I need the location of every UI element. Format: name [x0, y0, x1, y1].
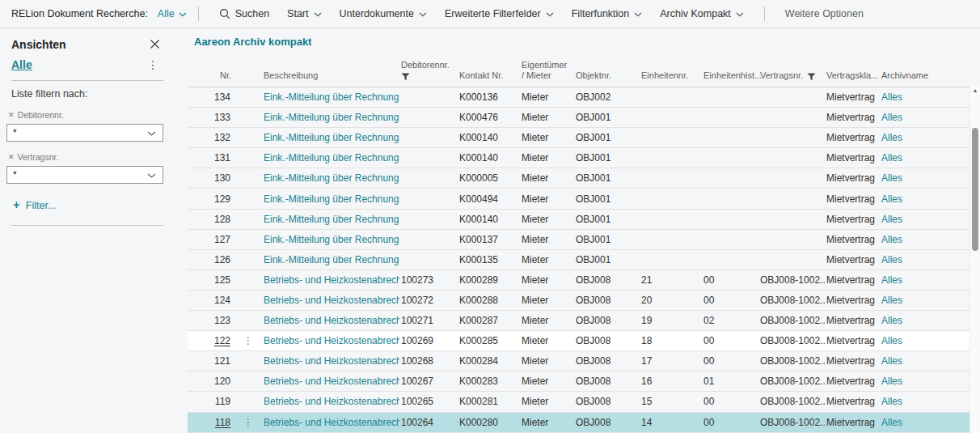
cell-beschreibung[interactable]: Betriebs- und Heizkostenabrech...: [262, 315, 399, 326]
cell-archivname[interactable]: Alles: [880, 315, 970, 326]
table-row[interactable]: 120Betriebs- und Heizkostenabrech...1002…: [188, 371, 970, 392]
table-row[interactable]: 133Eink.-Mitteilung über Rechnungs...K00…: [188, 108, 970, 128]
column-header-vertragskla[interactable]: Vertragskla...: [825, 70, 880, 87]
menu-start[interactable]: Start: [278, 8, 330, 19]
cell-archivname[interactable]: Alles: [880, 417, 970, 428]
cell-beschreibung[interactable]: Betriebs- und Heizkostenabrech...: [262, 335, 399, 346]
cell-beschreibung[interactable]: Eink.-Mitteilung über Rechnungs...: [262, 152, 399, 163]
cell-archivname[interactable]: Alles: [880, 234, 970, 245]
cell-beschreibung[interactable]: Eink.-Mitteilung über Rechnungs...: [262, 172, 399, 184]
column-header-kontaktnr[interactable]: Kontakt Nr.: [458, 70, 520, 87]
cell-beschreibung[interactable]: Betriebs- und Heizkostenabrech...: [262, 355, 399, 367]
search-label: Suchen: [235, 8, 269, 19]
column-header-einheitenhist[interactable]: Einheitenhist...: [702, 70, 758, 87]
table-row[interactable]: 118⋮Betriebs- und Heizkostenabrech...100…: [188, 413, 970, 433]
table-row[interactable]: 134Eink.-Mitteilung über Rechnungs...K00…: [188, 87, 970, 108]
row-menu-kebab-icon[interactable]: ⋮: [234, 417, 262, 428]
table-row[interactable]: 121Betriebs- und Heizkostenabrech...1002…: [188, 351, 970, 371]
cell-vertragskla: Mietvertrag: [825, 193, 880, 205]
sidebar-divider: [11, 225, 163, 226]
close-icon[interactable]: [146, 37, 163, 51]
cell-beschreibung[interactable]: Betriebs- und Heizkostenabrech...: [262, 417, 399, 428]
table-row[interactable]: 130Eink.-Mitteilung über Rechnungs...K00…: [188, 168, 970, 189]
column-header-beschreibung[interactable]: Beschreibung: [262, 70, 399, 87]
cell-beschreibung[interactable]: Betriebs- und Heizkostenabrech...: [262, 396, 399, 407]
cell-archivname[interactable]: Alles: [880, 335, 970, 346]
table-row[interactable]: 131Eink.-Mitteilung über Rechnungs...K00…: [188, 148, 970, 168]
remove-filter-icon[interactable]: ✕: [8, 153, 15, 161]
cell-archivname[interactable]: Alles: [880, 132, 970, 143]
cell-archivname[interactable]: Alles: [880, 172, 970, 184]
filter-input-debitorennr[interactable]: *: [6, 124, 163, 142]
cell-archivname[interactable]: Alles: [880, 355, 970, 367]
column-header-eigentuemer[interactable]: Eigentümer / Mieter: [520, 60, 574, 87]
table-row[interactable]: 129Eink.-Mitteilung über Rechnungs...K00…: [188, 189, 970, 209]
cell-beschreibung[interactable]: Eink.-Mitteilung über Rechnungs...: [262, 214, 399, 225]
cell-archivname[interactable]: Alles: [880, 91, 970, 103]
add-filter-button[interactable]: + Filter...: [13, 199, 163, 211]
cell-objektnr: OBJ008: [574, 396, 640, 407]
cell-beschreibung[interactable]: Eink.-Mitteilung über Rechnungs...: [262, 132, 399, 143]
view-options-kebab-icon[interactable]: ⋮: [142, 58, 163, 71]
menu-unterdokumente[interactable]: Unterdokumente: [331, 8, 436, 19]
table-row[interactable]: 119Betriebs- und Heizkostenabrech...1002…: [188, 392, 970, 412]
cell-archivname[interactable]: Alles: [880, 112, 970, 123]
cell-objektnr: OBJ008: [574, 376, 640, 387]
cell-archivname[interactable]: Alles: [880, 295, 970, 306]
cell-objektnr: OBJ001: [574, 234, 640, 245]
row-menu-kebab-icon[interactable]: ⋮: [234, 335, 262, 346]
cell-archivname[interactable]: Alles: [880, 396, 970, 407]
table-row[interactable]: 128Eink.-Mitteilung über Rechnungs...K00…: [188, 210, 970, 230]
cell-kontaktnr: K000476: [458, 112, 520, 123]
column-header-nr[interactable]: Nr.: [188, 70, 234, 87]
more-options-button[interactable]: Weitere Optionen: [776, 8, 872, 19]
table-row[interactable]: 127Eink.-Mitteilung über Rechnungs...K00…: [188, 230, 970, 250]
cell-beschreibung[interactable]: Betriebs- und Heizkostenabrech...: [262, 376, 399, 387]
cell-beschreibung[interactable]: Betriebs- und Heizkostenabrech...: [262, 295, 399, 306]
scroll-up-icon[interactable]: ▲: [970, 87, 980, 93]
menu-archiv-kompakt[interactable]: Archiv Kompakt: [651, 8, 753, 19]
cell-archivname[interactable]: Alles: [880, 193, 970, 205]
cell-objektnr: OBJ008: [574, 274, 640, 286]
cell-archivname[interactable]: Alles: [880, 274, 970, 286]
column-header-einheitennr[interactable]: Einheitennr.: [640, 70, 702, 87]
cell-archivname[interactable]: Alles: [880, 254, 970, 265]
menu-label: Archiv Kompakt: [660, 8, 731, 19]
remove-filter-icon[interactable]: ✕: [8, 111, 15, 119]
cell-beschreibung[interactable]: Eink.-Mitteilung über Rechnungs...: [262, 91, 399, 103]
column-header-vertragsnr[interactable]: Vertragsnr.: [758, 70, 825, 87]
cell-beschreibung[interactable]: Eink.-Mitteilung über Rechnungs...: [262, 254, 399, 265]
cell-beschreibung[interactable]: Eink.-Mitteilung über Rechnungs...: [262, 193, 399, 205]
cell-vertragsnr: OBJ008-1002...: [758, 315, 825, 326]
table-row[interactable]: 124Betriebs- und Heizkostenabrech...1002…: [188, 291, 970, 311]
cell-archivname[interactable]: Alles: [880, 214, 970, 225]
table-row[interactable]: 123Betriebs- und Heizkostenabrech...1002…: [188, 311, 970, 331]
column-header-archivname[interactable]: Archivname: [880, 70, 970, 87]
table-row[interactable]: 125Betriebs- und Heizkostenabrech...1002…: [188, 270, 970, 291]
column-header-debitorennr[interactable]: Debitorennr.: [399, 60, 458, 87]
menu-filterfunktion[interactable]: Filterfunktion: [563, 8, 652, 19]
table-row[interactable]: 132Eink.-Mitteilung über Rechnungs...K00…: [188, 128, 970, 148]
table-row[interactable]: 122⋮Betriebs- und Heizkostenabrech...100…: [188, 331, 970, 351]
search-button[interactable]: Suchen: [210, 8, 278, 19]
menu-erweiterte-filterfelder[interactable]: Erweiterte Filterfelder: [436, 8, 563, 19]
cell-debitorennr: 100267: [399, 376, 458, 387]
chevron-down-icon: [147, 131, 156, 137]
cell-vertragskla: Mietvertrag: [825, 376, 880, 387]
table-row[interactable]: 126Eink.-Mitteilung über Rechnungs...K00…: [188, 250, 970, 270]
page-title: RELion Dokument Recherche:: [11, 8, 148, 19]
cell-archivname[interactable]: Alles: [880, 376, 970, 387]
vertical-scrollbar[interactable]: ▲: [969, 86, 980, 433]
cell-beschreibung[interactable]: Eink.-Mitteilung über Rechnungs...: [262, 234, 399, 245]
cell-vertragskla: Mietvertrag: [825, 396, 880, 407]
view-link-alle[interactable]: Alle: [11, 58, 32, 71]
view-selector[interactable]: Alle: [158, 8, 187, 19]
cell-nr: 122: [188, 335, 234, 346]
column-header-objektnr[interactable]: Objektnr.: [574, 70, 640, 87]
filter-input-vertragsnr[interactable]: *: [6, 166, 163, 184]
cell-beschreibung[interactable]: Eink.-Mitteilung über Rechnungs...: [262, 112, 399, 123]
scrollbar-thumb[interactable]: [972, 128, 978, 251]
cell-archivname[interactable]: Alles: [880, 152, 970, 163]
cell-beschreibung[interactable]: Betriebs- und Heizkostenabrech...: [262, 274, 399, 286]
filter-field-label-vertragsnr: ✕ Vertragsnr.: [8, 152, 163, 162]
